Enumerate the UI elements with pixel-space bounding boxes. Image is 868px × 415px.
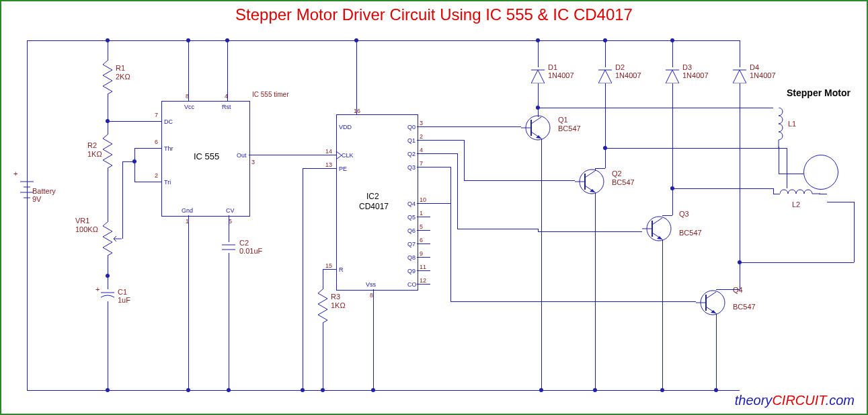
wire xyxy=(417,126,430,127)
node xyxy=(670,38,674,42)
r2-ref: R2 xyxy=(87,141,97,149)
node xyxy=(225,38,229,42)
battery-ref: Battery xyxy=(32,187,56,195)
node xyxy=(539,388,543,392)
node xyxy=(603,38,607,42)
bjt-q2 xyxy=(575,168,608,198)
wire xyxy=(592,231,642,232)
logo-b: CIRCUIT xyxy=(772,393,825,408)
d3-val: 1N4007 xyxy=(682,71,709,79)
vr1-ref: VR1 xyxy=(75,217,89,225)
wire xyxy=(450,167,451,301)
wire xyxy=(27,390,740,391)
p: PE xyxy=(339,165,347,172)
ic555-name: IC 555 xyxy=(194,151,219,161)
border xyxy=(0,0,868,415)
pn: 15 xyxy=(325,262,332,269)
p: Q9 xyxy=(407,268,416,274)
wire xyxy=(27,40,28,175)
bjt-q3 xyxy=(642,215,676,245)
wire xyxy=(716,289,740,290)
wire xyxy=(457,153,458,229)
inductor-l2 xyxy=(780,188,820,202)
resistor-r3 xyxy=(318,289,327,326)
c2-ref: C2 xyxy=(239,239,249,247)
wire xyxy=(122,161,123,239)
wire xyxy=(108,168,108,182)
l2-ref: L2 xyxy=(792,200,800,209)
wire xyxy=(464,180,524,181)
d1-val: 1N4007 xyxy=(548,71,574,79)
resistor-r2 xyxy=(103,135,112,171)
wire xyxy=(538,114,539,117)
wire xyxy=(417,217,430,217)
resistor-r1 xyxy=(103,61,112,97)
wire xyxy=(773,188,774,194)
node xyxy=(132,159,136,163)
node xyxy=(714,388,718,392)
q1-val: BC547 xyxy=(558,124,581,133)
wire xyxy=(108,256,108,276)
wire xyxy=(108,94,108,121)
bjt-q1 xyxy=(521,114,555,144)
wire xyxy=(430,153,457,154)
q4-ref: Q4 xyxy=(733,286,743,294)
inductor-l1 xyxy=(773,108,784,151)
wire xyxy=(662,239,663,390)
wire xyxy=(595,168,605,169)
p: Rst xyxy=(222,104,231,110)
p: Tri xyxy=(164,179,171,186)
wire xyxy=(518,126,521,127)
title: Stepper Motor Driver Circuit Using IC 55… xyxy=(0,5,868,24)
wire xyxy=(662,215,672,216)
wire xyxy=(134,148,135,182)
node xyxy=(106,38,110,42)
p: Q8 xyxy=(407,254,416,261)
r1-ref: R1 xyxy=(116,64,125,72)
svg-marker-7 xyxy=(531,70,545,83)
p: VDD xyxy=(339,124,352,130)
pn: 13 xyxy=(325,161,332,168)
wire xyxy=(538,83,539,114)
p: Vcc xyxy=(184,104,194,110)
schematic-canvas: Stepper Motor Driver Circuit Using IC 55… xyxy=(0,0,868,415)
c2-val: 0.01uF xyxy=(239,247,262,255)
node xyxy=(186,38,190,42)
wire xyxy=(417,167,430,167)
ic4017-part: CD4017 xyxy=(359,202,389,211)
svg-line-18 xyxy=(531,117,541,124)
wire xyxy=(188,215,189,390)
wire xyxy=(538,108,773,108)
wire xyxy=(249,155,336,155)
ic555-sub: IC 555 timer xyxy=(252,91,288,98)
d2-ref: D2 xyxy=(615,63,625,71)
wire xyxy=(740,262,854,263)
p: R xyxy=(339,266,344,273)
battery-plus: + xyxy=(13,169,17,178)
battery-symbol xyxy=(20,175,34,204)
wire xyxy=(27,40,740,41)
wire xyxy=(323,269,336,270)
vr1-val: 100KΩ xyxy=(75,225,98,233)
wire xyxy=(108,276,108,289)
wire xyxy=(108,182,108,222)
pn: 14 xyxy=(325,148,332,155)
logo-a: theory xyxy=(735,393,773,408)
p: Q0 xyxy=(407,124,416,130)
c1-ref: C1 xyxy=(118,288,127,296)
p: Thr xyxy=(164,145,173,152)
wire xyxy=(632,301,696,302)
wire xyxy=(819,194,827,194)
logo: theoryCIRCUIT.com xyxy=(735,393,855,408)
wire xyxy=(417,257,430,258)
wire xyxy=(779,174,803,174)
pn: 2 xyxy=(420,133,423,140)
q3-ref: Q3 xyxy=(679,210,689,218)
p: Gnd xyxy=(182,207,193,214)
svg-marker-11 xyxy=(666,70,679,83)
pn: 2 xyxy=(155,172,158,179)
r3-ref: R3 xyxy=(331,293,340,301)
wire xyxy=(108,40,108,61)
p: Q2 xyxy=(407,151,416,157)
node xyxy=(301,388,305,392)
